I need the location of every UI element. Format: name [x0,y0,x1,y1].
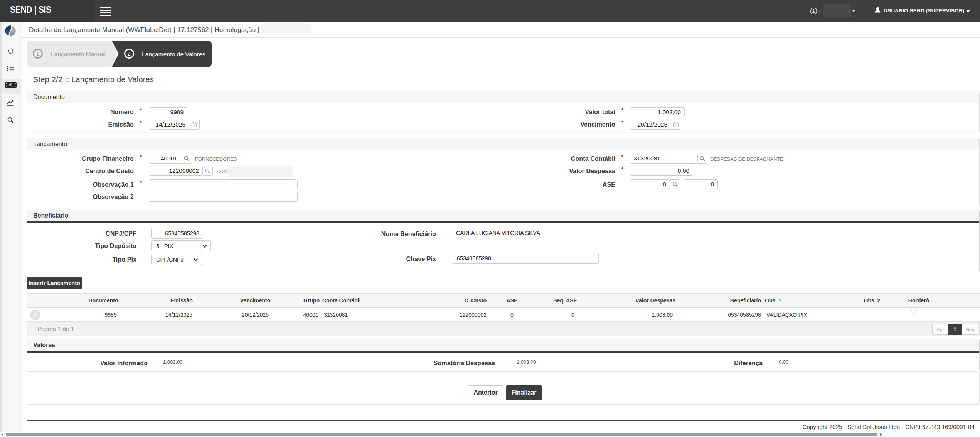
svg-text:7: 7 [194,124,195,127]
svg-text:7: 7 [675,124,677,127]
svg-text:0: 0 [10,83,12,87]
